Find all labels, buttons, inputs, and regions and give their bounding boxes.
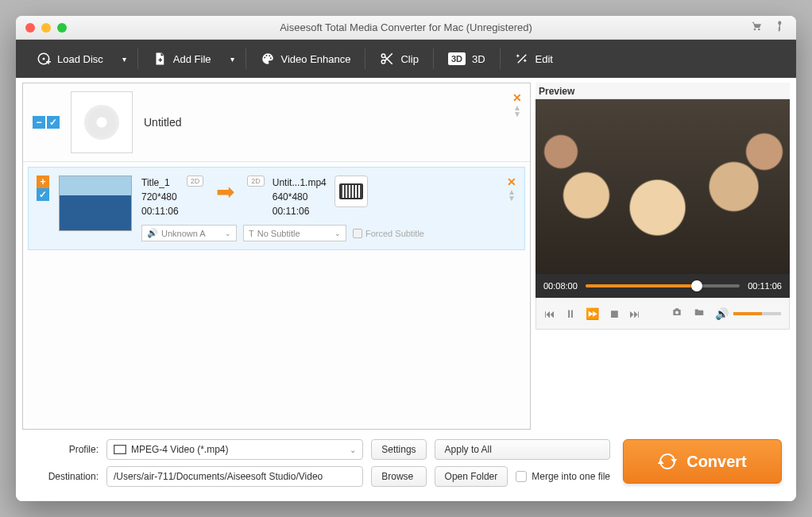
main-toolbar: Load Disc ▾ Add File ▾ Video Enhance Cli… (16, 40, 796, 78)
target-title: Untit...1.mp4 (273, 176, 327, 190)
group-handle: − ✓ (33, 116, 60, 129)
collapse-button[interactable]: − (33, 116, 45, 129)
profile-label: Profile: (30, 444, 99, 455)
svg-point-5 (265, 55, 267, 56)
refresh-icon (658, 452, 677, 471)
pause-button[interactable]: ⏸ (565, 307, 576, 320)
seek-knob-icon[interactable] (691, 280, 702, 291)
main-area: − ✓ Untitled ✕ ▲ ▼ + ✓ (16, 78, 796, 430)
disc-thumbnail (71, 91, 133, 153)
film-strip-icon (114, 445, 126, 454)
svg-point-4 (264, 57, 265, 59)
three-d-button[interactable]: 3D 3D (439, 48, 495, 70)
zoom-window-icon[interactable] (57, 23, 67, 33)
cart-icon[interactable] (750, 20, 763, 36)
audio-icon: 🔊 (147, 228, 158, 238)
convert-arrow-icon: ➡ (216, 179, 234, 205)
expand-button[interactable]: + (37, 176, 49, 188)
settings-button[interactable]: Settings (371, 439, 426, 460)
load-disc-button[interactable]: Load Disc (27, 47, 113, 71)
open-snapshot-folder-button[interactable] (693, 307, 706, 320)
minimize-window-icon[interactable] (41, 23, 51, 33)
titlebar: Aiseesoft Total Media Converter for Mac … (16, 16, 796, 40)
media-item[interactable]: + ✓ Title_1 720*480 00:11:06 2D ➡ 2D (28, 167, 525, 250)
merge-label: Merge into one file (532, 471, 610, 482)
destination-input[interactable]: /Users/air-711/Documents/Aiseesoft Studi… (106, 466, 363, 487)
svg-point-6 (269, 55, 270, 56)
scissors-icon (380, 52, 394, 66)
preview-panel: Preview 00:08:00 00:11:06 ⏮ ⏸ ⏩ ⏹ ⏭ 🔊 (536, 83, 790, 430)
checkbox-icon (516, 471, 527, 482)
total-time: 00:11:06 (748, 281, 782, 291)
snapshot-button[interactable] (671, 307, 683, 320)
prev-button[interactable]: ⏮ (544, 307, 555, 320)
volume-slider[interactable] (733, 312, 781, 315)
load-disc-dropdown[interactable]: ▾ (116, 50, 133, 68)
edit-button[interactable]: Edit (505, 47, 563, 71)
svg-point-1 (43, 58, 45, 60)
forced-subtitle-checkbox[interactable]: Forced Subtitle (353, 225, 424, 241)
group-title: Untitled (144, 116, 181, 129)
wand-icon (515, 52, 529, 66)
video-thumbnail[interactable] (59, 176, 132, 231)
timeline: 00:08:00 00:11:06 (536, 274, 790, 298)
stop-button[interactable]: ⏹ (609, 307, 620, 320)
source-2d-badge: 2D (187, 176, 204, 187)
destination-value: /Users/air-711/Documents/Aiseesoft Studi… (114, 471, 323, 482)
destination-label: Destination: (30, 471, 99, 482)
convert-button[interactable]: Convert (623, 439, 782, 484)
volume-icon[interactable]: 🔊 (715, 307, 729, 320)
subtitle-label: No Subtitle (257, 229, 300, 238)
current-time: 00:08:00 (543, 281, 578, 291)
svg-rect-3 (48, 60, 49, 64)
svg-point-7 (269, 57, 271, 59)
merge-checkbox[interactable]: Merge into one file (516, 471, 610, 482)
profile-select[interactable]: MPEG-4 Video (*.mp4) ⌄ (106, 439, 363, 460)
clip-button[interactable]: Clip (370, 47, 427, 71)
convert-label: Convert (686, 453, 747, 471)
item-checkbox[interactable]: ✓ (37, 188, 49, 201)
add-file-dropdown[interactable]: ▾ (224, 50, 241, 68)
forced-subtitle-label: Forced Subtitle (365, 229, 424, 238)
target-2d-badge: 2D (247, 176, 265, 187)
audio-track-select[interactable]: 🔊 Unknown A ⌄ (141, 225, 237, 241)
open-folder-button[interactable]: Open Folder (435, 466, 508, 487)
fast-forward-button[interactable]: ⏩ (586, 307, 599, 320)
key-icon[interactable] (774, 20, 787, 36)
remove-item-button[interactable]: ✕ (507, 176, 516, 188)
output-format-button[interactable] (334, 176, 368, 207)
seek-slider[interactable] (586, 284, 740, 287)
target-resolution: 640*480 (273, 190, 327, 204)
preview-label: Preview (536, 83, 790, 99)
group-checkbox[interactable]: ✓ (47, 116, 60, 129)
source-resolution: 720*480 (141, 190, 179, 204)
close-window-icon[interactable] (25, 23, 35, 33)
sort-down-icon[interactable]: ▼ (513, 112, 521, 117)
video-preview[interactable] (536, 99, 790, 274)
disc-plus-icon (37, 52, 51, 66)
chevron-down-icon: ⌄ (334, 230, 341, 237)
player-controls: ⏮ ⏸ ⏩ ⏹ ⏭ 🔊 (536, 298, 790, 330)
film-icon (339, 183, 363, 199)
three-d-icon: 3D (448, 52, 466, 65)
text-icon: T (249, 229, 254, 238)
add-file-button[interactable]: Add File (143, 47, 221, 71)
apply-to-all-button[interactable]: Apply to All (435, 439, 610, 460)
video-enhance-button[interactable]: Video Enhance (251, 47, 361, 71)
subtitle-select[interactable]: T No Subtitle ⌄ (243, 225, 346, 241)
item-down-icon[interactable]: ▼ (508, 196, 516, 201)
disc-group[interactable]: − ✓ Untitled ✕ ▲ ▼ (23, 83, 530, 162)
audio-track-label: Unknown A (161, 229, 206, 238)
remove-group-button[interactable]: ✕ (512, 91, 522, 104)
file-plus-icon (153, 52, 167, 66)
svg-point-10 (675, 311, 679, 314)
source-title: Title_1 (141, 176, 179, 190)
browse-button[interactable]: Browse (371, 466, 426, 487)
profile-value: MPEG-4 Video (*.mp4) (131, 444, 229, 455)
file-list: − ✓ Untitled ✕ ▲ ▼ + ✓ (22, 83, 531, 430)
window-title: Aiseesoft Total Media Converter for Mac … (16, 21, 796, 33)
item-handle: + ✓ (37, 176, 49, 201)
next-button[interactable]: ⏭ (629, 307, 640, 320)
disc-icon (84, 105, 119, 140)
app-window: Aiseesoft Total Media Converter for Mac … (16, 16, 796, 501)
